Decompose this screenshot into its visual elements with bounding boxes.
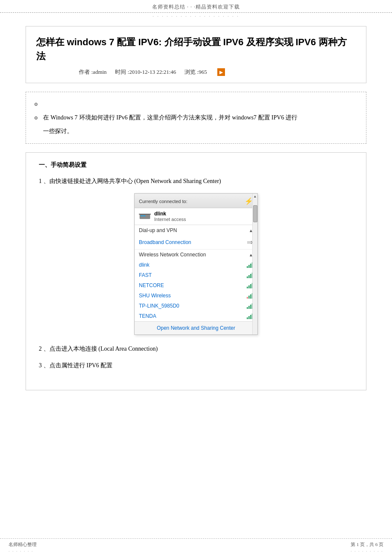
abstract-text-2: 在 Windows 7 环境如何进行 IPv6 配置，这里介绍两个方法来实现，并… (43, 112, 297, 124)
view-icon: ▶ (217, 68, 225, 76)
connected-item: dlink Internet access (135, 208, 257, 225)
content-section: 一、手动简易设置 1 、由快速链接处进入网络共享中心 (Open Network… (26, 152, 366, 390)
scrollbar-thumb[interactable] (253, 205, 257, 222)
network-name-tplink: TP-LINK_5985D0 (139, 303, 179, 309)
view-label: 浏览 :965 (184, 68, 207, 76)
network-item-shu[interactable]: SHU Wireless (135, 291, 257, 301)
network-item-netcore[interactable]: NETCORE (135, 280, 257, 291)
connected-info: dlink Internet access (154, 211, 186, 222)
network-name-fast: FAST (139, 272, 152, 278)
svg-rect-4 (139, 214, 151, 215)
network-item-fast[interactable]: FAST (135, 270, 257, 280)
title-box: 怎样在 windows 7 配置 IPV6: 介绍手动设置 IPV6 及程序实现… (26, 26, 366, 83)
dlink-network-svg (139, 211, 151, 221)
popup-header-text: Currently connected to: (139, 199, 187, 204)
network-item-tplink[interactable]: TP-LINK_5985D0 (135, 301, 257, 311)
top-bar-text: 名师资料总结 · · ·精品资料欢迎下载 (152, 4, 240, 10)
footer-right-text: 第 1 页，共 6 页 (351, 542, 383, 547)
network-name-shu: SHU Wireless (139, 293, 171, 299)
network-popup-wrapper: ▲ Currently connected to: ⚡ (39, 193, 353, 335)
network-icon: ⚡ (245, 197, 253, 205)
step-2-text: 2 、点击进入本地连接 (Local Area Connection) (39, 346, 158, 352)
scroll-up-arrow[interactable]: ▲ (253, 194, 258, 199)
footer-left: 名师精心整理 . . . . . . . (9, 541, 37, 552)
abstract-text-3: 一些探讨。 (43, 128, 73, 134)
step-2: 2 、点击进入本地连接 (Local Area Connection) (39, 343, 353, 354)
abstract-line-1: o (35, 98, 357, 110)
svg-rect-1 (141, 215, 142, 216)
popup-scrollbar[interactable]: ▲ (252, 194, 257, 334)
article-title: 怎样在 windows 7 配置 IPV6: 介绍手动设置 IPV6 及程序实现… (36, 35, 356, 63)
top-bar: 名师资料总结 · · ·精品资料欢迎下载 (0, 0, 392, 13)
time-label: 时间 :2010-12-13 22:21:46 (115, 68, 176, 76)
wireless-section-header: Wireless Network Connection ▲ (135, 249, 257, 260)
network-item-dlink[interactable]: dlink (135, 260, 257, 270)
popup-footer[interactable]: Open Network and Sharing Center (135, 321, 257, 334)
abstract-line-3: 一些探讨。 (35, 125, 357, 137)
abstract-line-2: o 在 Windows 7 环境如何进行 IPv6 配置，这里介绍两个方法来实现… (35, 112, 357, 124)
step-3: 3 、点击属性进行 IPV6 配置 (39, 360, 353, 371)
bullet-1: o (35, 98, 43, 110)
section-heading: 一、手动简易设置 (39, 161, 353, 169)
connected-sub: Internet access (154, 217, 186, 222)
footer-right-dots: . . . . . . . . . (351, 548, 383, 552)
top-bar-dots: . . . . . . . . . . . . . . . . . . . (0, 13, 392, 17)
footer-left-text: 名师精心整理 (9, 542, 37, 547)
step-1: 1 、由快速链接处进入网络共享中心 (Open Network and Shar… (39, 176, 353, 186)
network-popup: ▲ Currently connected to: ⚡ (134, 193, 258, 335)
footer-right: 第 1 页，共 6 页 . . . . . . . . . (351, 541, 383, 552)
author-label: 作者 :admin (79, 68, 107, 76)
svg-rect-2 (142, 215, 144, 216)
step-3-text: 3 、点击属性进行 IPV6 配置 (39, 362, 112, 369)
footer-left-dots: . . . . . . . (9, 548, 37, 552)
bullet-2: o (35, 112, 43, 124)
step-1-text: 1 、由快速链接处进入网络共享中心 (Open Network and Shar… (39, 178, 221, 184)
dialup-label: Dial-up and VPN (139, 227, 177, 233)
network-name-dlink: dlink (139, 262, 150, 268)
network-name-tenda: TENDA (139, 313, 156, 319)
svg-rect-0 (140, 215, 150, 219)
abstract-box: o o 在 Windows 7 环境如何进行 IPv6 配置，这里介绍两个方法来… (26, 92, 366, 144)
dialup-section-header: Dial-up and VPN ▲ (135, 225, 257, 235)
main-content: 怎样在 windows 7 配置 IPV6: 介绍手动设置 IPV6 及程序实现… (0, 17, 392, 416)
network-item-tenda[interactable]: TENDA (135, 311, 257, 321)
popup-header: Currently connected to: ⚡ (135, 194, 257, 208)
page-footer: 名师精心整理 . . . . . . . 第 1 页，共 6 页 . . . .… (0, 538, 392, 555)
broadband-item[interactable]: Broadband Connection ⇒ (135, 235, 257, 249)
network-name-netcore: NETCORE (139, 282, 164, 288)
svg-rect-3 (144, 215, 145, 216)
wireless-label: Wireless Network Connection (139, 252, 206, 258)
broadband-label: Broadband Connection (139, 239, 191, 245)
network-icon-img (139, 211, 151, 222)
article-meta: 作者 :admin 时间 :2010-12-13 22:21:46 浏览 :96… (36, 68, 356, 76)
connected-name: dlink (154, 211, 186, 217)
open-network-sharing-link[interactable]: Open Network and Sharing Center (157, 325, 235, 331)
